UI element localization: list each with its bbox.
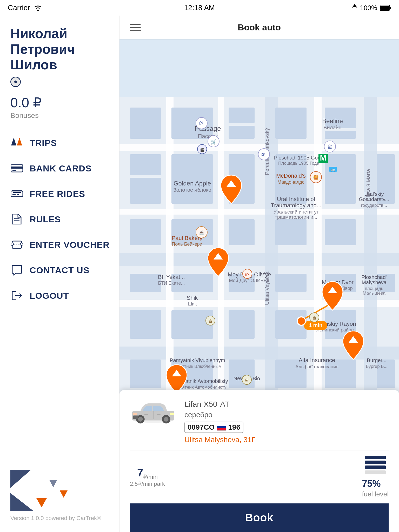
sidebar-item-trips[interactable]: TRIPS [10, 130, 111, 156]
sidebar-item-enter-voucher[interactable]: ENTER VOUCHER [10, 232, 111, 257]
svg-rect-60 [275, 274, 307, 292]
battery-icon [380, 5, 391, 11]
svg-rect-29 [119, 253, 399, 266]
sidebar-item-contact-us[interactable]: CONTACT US [10, 257, 111, 283]
svg-rect-2 [390, 7, 391, 9]
status-bar: Carrier 12:18 AM 100% [0, 0, 399, 16]
svg-text:площадь: площадь [365, 286, 383, 291]
sidebar-bottom: Version 1.0.0 powered by CarTrek® [10, 472, 111, 524]
wifi-icon [33, 4, 43, 11]
svg-text:Площадь 1905 Года: Площадь 1905 Года [278, 161, 319, 166]
book-button[interactable]: Book [130, 503, 389, 532]
bank-cards-label: BANK CARDS [30, 163, 92, 174]
svg-text:🍽: 🍽 [245, 272, 249, 277]
svg-point-185 [164, 417, 169, 422]
user-name-line1: Николай [10, 26, 67, 41]
svg-text:Билайн: Билайн [323, 125, 341, 130]
svg-text:M: M [320, 154, 327, 162]
svg-text:Shik: Shik [187, 295, 198, 301]
rate-value: 7₽/min [137, 467, 158, 480]
svg-marker-5 [17, 138, 22, 145]
svg-text:Ulitsa 8 Marta: Ulitsa 8 Marta [365, 169, 371, 201]
hamburger-menu[interactable] [127, 21, 143, 34]
car-details: Lifan X50 AT серебро 0097CO 196 Ulitsa M… [184, 398, 389, 444]
svg-rect-72 [325, 360, 356, 388]
svg-point-183 [138, 417, 143, 422]
svg-rect-38 [130, 108, 161, 139]
svg-rect-46 [130, 178, 161, 204]
top-bar: Book auto [119, 16, 399, 39]
svg-text:🏛: 🏛 [312, 316, 316, 320]
car-image [130, 398, 177, 427]
fuel-stat: 75% fuel level [362, 456, 389, 498]
rules-label: RULES [30, 214, 61, 224]
rate-stat: 7₽/min 2.5₽/min park [130, 467, 165, 487]
rules-icon [10, 213, 23, 226]
sidebar-item-bank-cards[interactable]: BANK CARDS [10, 156, 111, 181]
svg-text:Шик: Шик [188, 301, 197, 307]
svg-rect-30 [119, 300, 399, 307]
bonus-label: Bonuses [10, 111, 111, 120]
svg-rect-28 [119, 209, 399, 215]
svg-point-0 [37, 10, 39, 11]
svg-text:Beeline: Beeline [322, 117, 343, 124]
svg-rect-188 [133, 416, 138, 419]
svg-rect-13 [17, 194, 19, 195]
svg-rect-57 [130, 274, 161, 292]
svg-text:Alfa Insurance: Alfa Insurance [299, 357, 335, 363]
svg-text:Burger...: Burger... [367, 357, 387, 363]
svg-rect-52 [130, 219, 161, 245]
svg-rect-70 [229, 360, 255, 388]
svg-rect-65 [229, 310, 255, 339]
svg-text:🏛: 🏛 [209, 319, 212, 323]
fuel-percent: 75% [362, 478, 389, 489]
car-plate: 0097CO 196 [184, 422, 243, 433]
svg-marker-23 [36, 498, 47, 507]
location-icon [352, 4, 357, 11]
voucher-icon [10, 238, 23, 251]
svg-marker-24 [60, 490, 68, 498]
svg-rect-42 [275, 108, 307, 139]
svg-text:Ploschad' 1905 Goda: Ploschad' 1905 Goda [274, 155, 324, 161]
svg-rect-47 [171, 154, 213, 204]
svg-text:государств...: государств... [361, 203, 387, 208]
sidebar-item-logout[interactable]: LOGOUT [10, 283, 111, 308]
svg-rect-54 [229, 219, 255, 245]
svg-rect-41 [229, 126, 255, 139]
svg-point-148 [297, 317, 305, 325]
svg-rect-64 [171, 310, 213, 339]
logout-icon [10, 289, 23, 302]
main-content: Book auto [119, 16, 399, 532]
svg-text:🛒: 🛒 [210, 138, 217, 145]
svg-rect-68 [130, 360, 161, 388]
svg-text:Мой Друг ОЛИВЬЕ: Мой Друг ОЛИВЬЕ [229, 278, 270, 283]
triangle-decoration [10, 470, 78, 511]
user-avatar[interactable] [10, 77, 21, 87]
voucher-label: ENTER VOUCHER [30, 240, 110, 250]
svg-text:🛍: 🛍 [199, 120, 204, 127]
sidebar-item-free-rides[interactable]: FREE RIDES [10, 181, 111, 207]
svg-point-18 [11, 243, 14, 245]
top-bar-title: Book auto [238, 22, 281, 32]
status-time: 12:18 AM [184, 4, 215, 12]
user-name: Николай Петрович Шилов [10, 26, 111, 72]
svg-text:Malysheva: Malysheva [362, 280, 387, 285]
park-rate: 2.5₽/min park [130, 481, 165, 487]
free-rides-icon [10, 187, 23, 200]
car-location: Ulitsa Malysheva, 31Г [184, 436, 389, 444]
svg-rect-45 [130, 154, 161, 175]
car-info-panel: Lifan X50 AT серебро 0097CO 196 Ulitsa M… [119, 390, 399, 532]
svg-text:Ural Institute of: Ural Institute of [277, 196, 316, 202]
battery-label: 100% [360, 4, 377, 12]
svg-text:Traumatology and...: Traumatology and... [271, 202, 322, 209]
svg-marker-25 [49, 480, 57, 487]
trips-icon [10, 136, 23, 149]
status-left: Carrier [8, 4, 43, 12]
svg-marker-4 [11, 138, 16, 145]
car-stats: 7₽/min 2.5₽/min park 75% fuel level [130, 450, 389, 503]
sidebar-item-rules[interactable]: RULES [10, 207, 111, 232]
svg-rect-9 [11, 191, 23, 197]
contact-icon [10, 264, 23, 277]
svg-text:🎬: 🎬 [200, 148, 205, 152]
fuel-bar-3 [365, 466, 386, 469]
